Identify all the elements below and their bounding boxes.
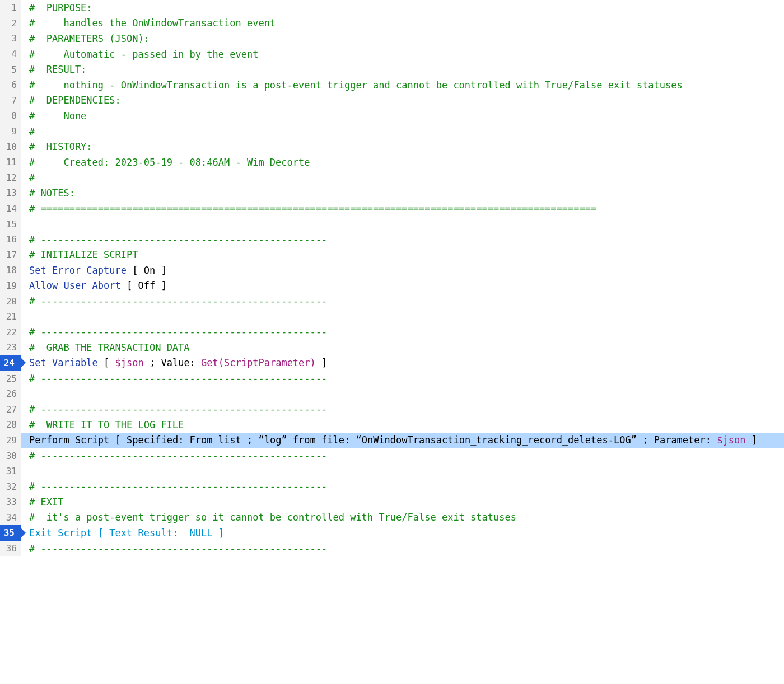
code-line[interactable]: 2# handles the OnWindowTransaction event [0, 16, 784, 31]
code-content[interactable]: # RESULT: [21, 62, 784, 77]
code-line[interactable]: 3# PARAMETERS (JSON): [0, 31, 784, 46]
code-content[interactable]: Allow User Abort [ Off ] [21, 278, 784, 294]
code-line[interactable]: 32# ------------------------------------… [0, 479, 784, 494]
code-line[interactable]: 17# INITIALIZE SCRIPT [0, 247, 784, 263]
line-number[interactable]: 29 [0, 433, 21, 448]
code-content[interactable]: # Automatic - passed in by the event [21, 46, 784, 62]
code-content[interactable] [21, 216, 784, 232]
code-line[interactable]: 7# DEPENDENCIES: [0, 93, 784, 109]
line-number[interactable]: 2 [0, 16, 21, 31]
code-line[interactable]: 6# nothing - OnWindowTransaction is a po… [0, 77, 784, 93]
code-line[interactable]: 14# ====================================… [0, 201, 784, 217]
line-number[interactable]: 22 [0, 324, 21, 340]
line-number[interactable]: 6 [0, 77, 21, 93]
line-number[interactable]: 31 [0, 463, 21, 479]
code-line[interactable]: 13# NOTES: [0, 185, 784, 201]
breakpoint-marker[interactable]: 35 [0, 525, 21, 541]
code-content[interactable]: Set Variable [ $json ; Value: Get(Script… [21, 355, 784, 371]
code-content[interactable]: # None [21, 108, 784, 124]
code-content[interactable]: # handles the OnWindowTransaction event [21, 16, 784, 31]
code-line[interactable]: 36# ------------------------------------… [0, 541, 784, 556]
code-content[interactable]: Perform Script [ Specified: From list ; … [21, 433, 784, 448]
line-number[interactable]: 21 [0, 309, 21, 325]
line-number[interactable]: 32 [0, 479, 21, 494]
code-line[interactable]: 31 [0, 463, 784, 479]
line-number[interactable]: 27 [0, 401, 21, 417]
line-number[interactable]: 13 [0, 185, 21, 201]
code-line[interactable]: 11# Created: 2023-05-19 - 08:46AM - Wim … [0, 154, 784, 170]
code-content[interactable]: # DEPENDENCIES: [21, 93, 784, 109]
code-content[interactable]: # Created: 2023-05-19 - 08:46AM - Wim De… [21, 154, 784, 170]
line-number[interactable]: 16 [0, 232, 21, 247]
code-line[interactable]: 23# GRAB THE TRANSACTION DATA [0, 340, 784, 355]
line-number[interactable]: 12 [0, 170, 21, 186]
code-line[interactable]: 8# None [0, 108, 784, 124]
line-number[interactable]: 28 [0, 417, 21, 433]
code-line[interactable]: 9# [0, 124, 784, 139]
code-content[interactable]: # PARAMETERS (JSON): [21, 31, 784, 46]
code-content[interactable]: # nothing - OnWindowTransaction is a pos… [21, 77, 784, 93]
code-content[interactable]: # [21, 124, 784, 139]
line-number[interactable]: 1 [0, 0, 21, 16]
code-line[interactable]: 30# ------------------------------------… [0, 448, 784, 463]
code-line[interactable]: 10# HISTORY: [0, 139, 784, 154]
code-content[interactable]: # PURPOSE: [21, 0, 784, 16]
code-content[interactable]: # it's a post-event trigger so it cannot… [21, 510, 784, 526]
code-line[interactable]: 20# ------------------------------------… [0, 293, 784, 309]
code-line[interactable]: 15 [0, 216, 784, 232]
breakpoint-marker[interactable]: 24 [0, 355, 21, 371]
code-content[interactable]: # --------------------------------------… [21, 448, 784, 463]
line-number[interactable]: 17 [0, 247, 21, 263]
code-content[interactable]: Set Error Capture [ On ] [21, 263, 784, 278]
code-line[interactable]: 12# [0, 170, 784, 186]
code-line[interactable]: 18Set Error Capture [ On ] [0, 263, 784, 278]
line-number[interactable]: 18 [0, 263, 21, 278]
code-line[interactable]: 35Exit Script [ Text Result: _NULL ] [0, 525, 784, 541]
code-line[interactable]: 26 [0, 386, 784, 402]
code-content[interactable]: # --------------------------------------… [21, 324, 784, 340]
code-line[interactable]: 29Perform Script [ Specified: From list … [0, 433, 784, 448]
code-content[interactable]: # --------------------------------------… [21, 479, 784, 494]
code-content[interactable]: Exit Script [ Text Result: _NULL ] [21, 525, 784, 541]
code-line[interactable]: 5# RESULT: [0, 62, 784, 77]
line-number[interactable]: 30 [0, 448, 21, 463]
code-line[interactable]: 25# ------------------------------------… [0, 371, 784, 386]
code-content[interactable]: # WRITE IT TO THE LOG FILE [21, 417, 784, 433]
code-content[interactable]: # --------------------------------------… [21, 401, 784, 417]
line-number[interactable]: 36 [0, 541, 21, 556]
code-line[interactable]: 34# it's a post-event trigger so it cann… [0, 510, 784, 526]
line-number[interactable]: 26 [0, 386, 21, 402]
line-number[interactable]: 9 [0, 124, 21, 139]
code-content[interactable]: # GRAB THE TRANSACTION DATA [21, 340, 784, 355]
code-content[interactable]: # --------------------------------------… [21, 232, 784, 247]
line-number[interactable]: 10 [0, 139, 21, 154]
code-content[interactable]: # --------------------------------------… [21, 371, 784, 386]
code-content[interactable]: # HISTORY: [21, 139, 784, 154]
line-number[interactable]: 4 [0, 46, 21, 62]
code-content[interactable]: # EXIT [21, 494, 784, 510]
code-line[interactable]: 21 [0, 309, 784, 325]
code-content[interactable] [21, 463, 784, 479]
code-content[interactable]: # INITIALIZE SCRIPT [21, 247, 784, 263]
line-number[interactable]: 33 [0, 494, 21, 510]
line-number[interactable]: 19 [0, 278, 21, 294]
line-number[interactable]: 7 [0, 93, 21, 109]
code-content[interactable]: # --------------------------------------… [21, 541, 784, 556]
line-number[interactable]: 25 [0, 371, 21, 386]
code-line[interactable]: 33# EXIT [0, 494, 784, 510]
line-number[interactable]: 5 [0, 62, 21, 77]
code-line[interactable]: 4# Automatic - passed in by the event [0, 46, 784, 62]
code-line[interactable]: 16# ------------------------------------… [0, 232, 784, 247]
code-line[interactable]: 24Set Variable [ $json ; Value: Get(Scri… [0, 355, 784, 371]
code-content[interactable]: # [21, 170, 784, 186]
code-content[interactable]: # --------------------------------------… [21, 293, 784, 309]
code-line[interactable]: 27# ------------------------------------… [0, 401, 784, 417]
code-content[interactable] [21, 309, 784, 325]
code-line[interactable]: 22# ------------------------------------… [0, 324, 784, 340]
line-number[interactable]: 23 [0, 340, 21, 355]
line-number[interactable]: 15 [0, 216, 21, 232]
line-number[interactable]: 3 [0, 31, 21, 46]
code-content[interactable]: # ======================================… [21, 201, 784, 217]
line-number[interactable]: 20 [0, 293, 21, 309]
code-line[interactable]: 28# WRITE IT TO THE LOG FILE [0, 417, 784, 433]
